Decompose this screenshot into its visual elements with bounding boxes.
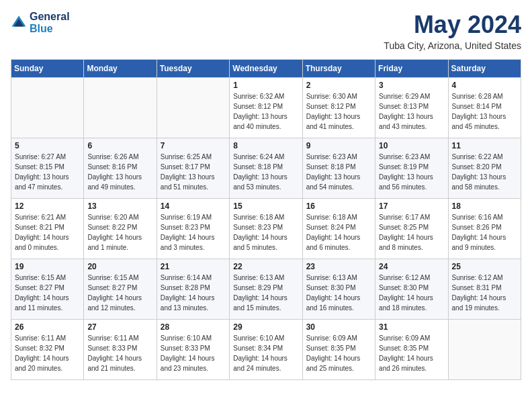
day-number: 7 xyxy=(161,141,226,150)
day-number: 27 xyxy=(87,322,152,332)
calendar-week-row: 19Sunrise: 6:15 AMSunset: 8:27 PMDayligh… xyxy=(11,259,521,320)
calendar-cell: 2Sunrise: 6:30 AMSunset: 8:12 PMDaylight… xyxy=(302,78,375,138)
calendar-cell: 13Sunrise: 6:20 AMSunset: 8:22 PMDayligh… xyxy=(84,199,157,259)
calendar-cell: 21Sunrise: 6:14 AMSunset: 8:28 PMDayligh… xyxy=(157,259,229,320)
cell-info: Sunrise: 6:13 AMSunset: 8:30 PMDaylight:… xyxy=(306,273,371,313)
day-number: 11 xyxy=(452,141,517,150)
day-number: 15 xyxy=(233,201,298,211)
day-number: 24 xyxy=(379,262,444,271)
day-number: 29 xyxy=(233,322,298,332)
cell-info: Sunrise: 6:11 AMSunset: 8:33 PMDaylight:… xyxy=(87,333,152,373)
month-title: May 2024 xyxy=(384,11,521,39)
day-number: 22 xyxy=(233,262,298,271)
calendar-header-row: SundayMondayTuesdayWednesdayThursdayFrid… xyxy=(11,60,521,78)
calendar-week-row: 12Sunrise: 6:21 AMSunset: 8:21 PMDayligh… xyxy=(11,199,521,259)
calendar-cell xyxy=(84,78,157,138)
cell-info: Sunrise: 6:23 AMSunset: 8:18 PMDaylight:… xyxy=(306,152,371,192)
day-number: 1 xyxy=(233,81,298,90)
day-number: 28 xyxy=(161,322,226,332)
calendar-cell: 4Sunrise: 6:28 AMSunset: 8:14 PMDaylight… xyxy=(448,78,521,138)
cell-info: Sunrise: 6:09 AMSunset: 8:35 PMDaylight:… xyxy=(306,333,371,373)
cell-info: Sunrise: 6:25 AMSunset: 8:17 PMDaylight:… xyxy=(161,152,226,192)
calendar-cell: 11Sunrise: 6:22 AMSunset: 8:20 PMDayligh… xyxy=(448,138,521,199)
calendar-cell: 14Sunrise: 6:19 AMSunset: 8:23 PMDayligh… xyxy=(157,199,229,259)
location-title: Tuba City, Arizona, United States xyxy=(384,40,521,51)
day-number: 26 xyxy=(15,322,80,332)
calendar-cell: 22Sunrise: 6:13 AMSunset: 8:29 PMDayligh… xyxy=(230,259,302,320)
calendar-table: SundayMondayTuesdayWednesdayThursdayFrid… xyxy=(11,59,521,380)
calendar-cell: 26Sunrise: 6:11 AMSunset: 8:32 PMDayligh… xyxy=(11,320,84,380)
calendar-cell: 23Sunrise: 6:13 AMSunset: 8:30 PMDayligh… xyxy=(302,259,375,320)
day-number: 31 xyxy=(379,322,444,332)
day-number: 2 xyxy=(306,81,371,90)
calendar-cell: 1Sunrise: 6:32 AMSunset: 8:12 PMDaylight… xyxy=(230,78,302,138)
calendar-cell: 7Sunrise: 6:25 AMSunset: 8:17 PMDaylight… xyxy=(157,138,229,199)
day-number: 30 xyxy=(306,322,371,332)
calendar-cell: 6Sunrise: 6:26 AMSunset: 8:16 PMDaylight… xyxy=(84,138,157,199)
cell-info: Sunrise: 6:15 AMSunset: 8:27 PMDaylight:… xyxy=(87,273,152,313)
cell-info: Sunrise: 6:22 AMSunset: 8:20 PMDaylight:… xyxy=(452,152,517,192)
day-number: 19 xyxy=(15,262,80,271)
day-number: 12 xyxy=(15,201,80,211)
calendar-cell: 12Sunrise: 6:21 AMSunset: 8:21 PMDayligh… xyxy=(11,199,84,259)
calendar-week-row: 5Sunrise: 6:27 AMSunset: 8:15 PMDaylight… xyxy=(11,138,521,199)
day-number: 9 xyxy=(306,141,371,150)
calendar-cell: 25Sunrise: 6:12 AMSunset: 8:31 PMDayligh… xyxy=(448,259,521,320)
calendar-cell: 18Sunrise: 6:16 AMSunset: 8:26 PMDayligh… xyxy=(448,199,521,259)
cell-info: Sunrise: 6:11 AMSunset: 8:32 PMDaylight:… xyxy=(15,333,80,373)
calendar-cell: 27Sunrise: 6:11 AMSunset: 8:33 PMDayligh… xyxy=(84,320,157,380)
title-block: May 2024 Tuba City, Arizona, United Stat… xyxy=(384,11,521,51)
day-number: 14 xyxy=(161,201,226,211)
cell-info: Sunrise: 6:27 AMSunset: 8:15 PMDaylight:… xyxy=(15,152,80,192)
calendar-cell xyxy=(448,320,521,380)
calendar-cell: 31Sunrise: 6:09 AMSunset: 8:35 PMDayligh… xyxy=(375,320,448,380)
day-number: 16 xyxy=(306,201,371,211)
calendar-cell: 29Sunrise: 6:10 AMSunset: 8:34 PMDayligh… xyxy=(230,320,302,380)
cell-info: Sunrise: 6:18 AMSunset: 8:23 PMDaylight:… xyxy=(233,212,298,253)
calendar-cell xyxy=(11,78,84,138)
calendar-cell xyxy=(157,78,229,138)
weekday-header: Saturday xyxy=(448,60,521,78)
calendar-cell: 30Sunrise: 6:09 AMSunset: 8:35 PMDayligh… xyxy=(302,320,375,380)
calendar-week-row: 1Sunrise: 6:32 AMSunset: 8:12 PMDaylight… xyxy=(11,78,521,138)
logo-text: General Blue xyxy=(30,11,70,34)
cell-info: Sunrise: 6:24 AMSunset: 8:18 PMDaylight:… xyxy=(233,152,298,192)
calendar-cell: 5Sunrise: 6:27 AMSunset: 8:15 PMDaylight… xyxy=(11,138,84,199)
calendar-cell: 8Sunrise: 6:24 AMSunset: 8:18 PMDaylight… xyxy=(230,138,302,199)
cell-info: Sunrise: 6:26 AMSunset: 8:16 PMDaylight:… xyxy=(87,152,152,192)
weekday-header: Sunday xyxy=(11,60,84,78)
cell-info: Sunrise: 6:23 AMSunset: 8:19 PMDaylight:… xyxy=(379,152,444,192)
cell-info: Sunrise: 6:21 AMSunset: 8:21 PMDaylight:… xyxy=(15,212,80,253)
day-number: 18 xyxy=(452,201,517,211)
calendar-week-row: 26Sunrise: 6:11 AMSunset: 8:32 PMDayligh… xyxy=(11,320,521,380)
day-number: 6 xyxy=(87,141,152,150)
calendar-cell: 28Sunrise: 6:10 AMSunset: 8:33 PMDayligh… xyxy=(157,320,229,380)
cell-info: Sunrise: 6:14 AMSunset: 8:28 PMDaylight:… xyxy=(161,273,226,313)
cell-info: Sunrise: 6:29 AMSunset: 8:13 PMDaylight:… xyxy=(379,91,444,132)
day-number: 21 xyxy=(161,262,226,271)
day-number: 8 xyxy=(233,141,298,150)
cell-info: Sunrise: 6:12 AMSunset: 8:30 PMDaylight:… xyxy=(379,273,444,313)
day-number: 4 xyxy=(452,81,517,90)
cell-info: Sunrise: 6:17 AMSunset: 8:25 PMDaylight:… xyxy=(379,212,444,253)
calendar-cell: 10Sunrise: 6:23 AMSunset: 8:19 PMDayligh… xyxy=(375,138,448,199)
weekday-header: Friday xyxy=(375,60,448,78)
day-number: 5 xyxy=(15,141,80,150)
cell-info: Sunrise: 6:15 AMSunset: 8:27 PMDaylight:… xyxy=(15,273,80,313)
cell-info: Sunrise: 6:09 AMSunset: 8:35 PMDaylight:… xyxy=(379,333,444,373)
day-number: 13 xyxy=(87,201,152,211)
day-number: 3 xyxy=(379,81,444,90)
logo: General Blue xyxy=(11,11,70,34)
calendar-cell: 17Sunrise: 6:17 AMSunset: 8:25 PMDayligh… xyxy=(375,199,448,259)
cell-info: Sunrise: 6:10 AMSunset: 8:33 PMDaylight:… xyxy=(161,333,226,373)
cell-info: Sunrise: 6:16 AMSunset: 8:26 PMDaylight:… xyxy=(452,212,517,253)
cell-info: Sunrise: 6:12 AMSunset: 8:31 PMDaylight:… xyxy=(452,273,517,313)
day-number: 25 xyxy=(452,262,517,271)
calendar-cell: 20Sunrise: 6:15 AMSunset: 8:27 PMDayligh… xyxy=(84,259,157,320)
cell-info: Sunrise: 6:19 AMSunset: 8:23 PMDaylight:… xyxy=(161,212,226,253)
cell-info: Sunrise: 6:18 AMSunset: 8:24 PMDaylight:… xyxy=(306,212,371,253)
page-header: General Blue May 2024 Tuba City, Arizona… xyxy=(11,11,521,51)
weekday-header: Thursday xyxy=(302,60,375,78)
day-number: 20 xyxy=(87,262,152,271)
cell-info: Sunrise: 6:28 AMSunset: 8:14 PMDaylight:… xyxy=(452,91,517,132)
